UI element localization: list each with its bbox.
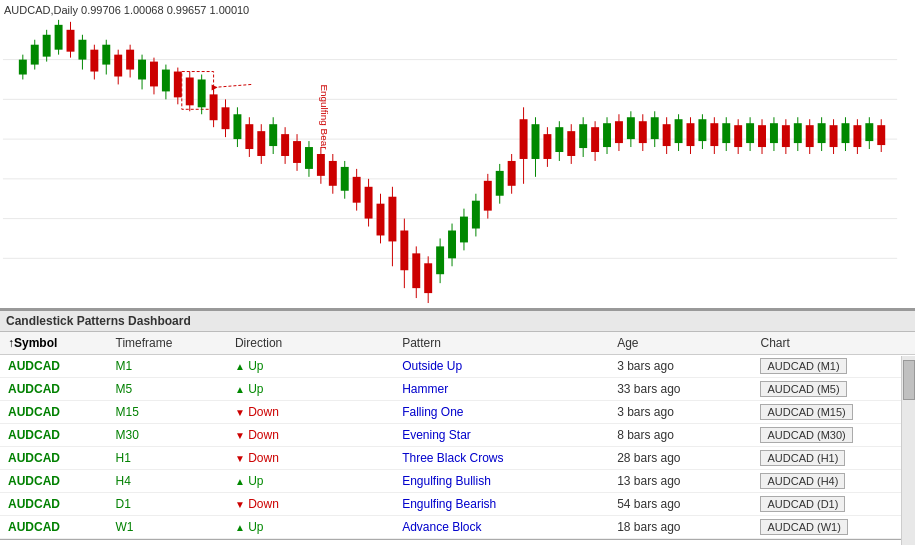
svg-rect-43 xyxy=(210,94,218,120)
svg-rect-77 xyxy=(412,253,420,288)
cell-timeframe: H1 xyxy=(108,447,227,470)
cell-age: 13 bars ago xyxy=(609,470,752,493)
table-row: AUDCAD M30 ▼ Down Evening Star 8 bars ag… xyxy=(0,424,915,447)
cell-symbol: AUDCAD xyxy=(0,516,108,539)
table-row: AUDCAD M5 ▲ Up Hammer 33 bars ago AUDCAD… xyxy=(0,378,915,401)
col-header-age[interactable]: Age xyxy=(609,332,752,355)
chart-area: AUDCAD,Daily 0.99706 1.00068 0.99657 1.0… xyxy=(0,0,915,310)
cell-direction: ▼ Down xyxy=(227,401,394,424)
svg-rect-51 xyxy=(257,131,265,156)
svg-rect-111 xyxy=(615,121,623,143)
cell-pattern: Evening Star xyxy=(394,424,609,447)
svg-rect-139 xyxy=(782,125,790,147)
svg-rect-99 xyxy=(543,134,551,159)
cell-age: 54 bars ago xyxy=(609,493,752,516)
cell-chart: AUDCAD (H1) xyxy=(752,447,895,470)
svg-rect-31 xyxy=(162,70,170,92)
col-header-chart[interactable]: Chart xyxy=(752,332,895,355)
col-header-pattern[interactable]: Pattern xyxy=(394,332,609,355)
table-row: AUDCAD H4 ▲ Up Engulfing Bullish 13 bars… xyxy=(0,470,915,493)
svg-rect-59 xyxy=(305,147,313,169)
table-container: ↑Symbol Timeframe Direction Pattern Age … xyxy=(0,332,915,539)
table-row: AUDCAD M15 ▼ Down Falling One 3 bars ago… xyxy=(0,401,915,424)
svg-rect-103 xyxy=(567,131,575,156)
data-table: ↑Symbol Timeframe Direction Pattern Age … xyxy=(0,332,915,539)
svg-rect-83 xyxy=(448,231,456,259)
cell-timeframe: W1 xyxy=(108,516,227,539)
chart-button[interactable]: AUDCAD (H4) xyxy=(760,473,845,489)
svg-rect-93 xyxy=(508,161,516,186)
cell-timeframe: M1 xyxy=(108,355,227,378)
chart-button[interactable]: AUDCAD (M30) xyxy=(760,427,852,443)
chart-button[interactable]: AUDCAD (W1) xyxy=(760,519,847,535)
svg-rect-91 xyxy=(496,171,504,196)
svg-rect-19 xyxy=(90,50,98,72)
svg-rect-53 xyxy=(269,124,277,146)
svg-rect-71 xyxy=(377,204,385,236)
table-row: AUDCAD D1 ▼ Down Engulfing Bearish 54 ba… xyxy=(0,493,915,516)
svg-rect-7 xyxy=(19,60,27,75)
svg-rect-27 xyxy=(138,60,146,80)
svg-rect-95 xyxy=(520,119,528,159)
cell-timeframe: M30 xyxy=(108,424,227,447)
cell-age: 28 bars ago xyxy=(609,447,752,470)
cell-pattern: Engulfing Bullish xyxy=(394,470,609,493)
svg-rect-87 xyxy=(472,201,480,229)
svg-rect-35 xyxy=(186,77,194,105)
svg-rect-101 xyxy=(555,127,563,152)
cell-direction: ▲ Up xyxy=(227,378,394,401)
chart-button[interactable]: AUDCAD (M1) xyxy=(760,358,846,374)
svg-rect-45 xyxy=(222,107,230,129)
cell-symbol: AUDCAD xyxy=(0,470,108,493)
cell-chart: AUDCAD (M30) xyxy=(752,424,895,447)
svg-rect-21 xyxy=(102,45,110,65)
svg-rect-29 xyxy=(150,62,158,87)
svg-rect-153 xyxy=(865,123,873,141)
svg-rect-123 xyxy=(687,123,695,146)
col-header-direction[interactable]: Direction xyxy=(227,332,394,355)
cell-pattern: Engulfing Bearish xyxy=(394,493,609,516)
svg-rect-121 xyxy=(675,119,683,143)
svg-rect-65 xyxy=(341,167,349,191)
cell-age: 3 bars ago xyxy=(609,401,752,424)
cell-chart: AUDCAD (M5) xyxy=(752,378,895,401)
svg-rect-23 xyxy=(114,55,122,77)
col-header-symbol[interactable]: ↑Symbol xyxy=(0,332,108,355)
cell-pattern: Hammer xyxy=(394,378,609,401)
table-row: AUDCAD M1 ▲ Up Outside Up 3 bars ago AUD… xyxy=(0,355,915,378)
svg-text:Engulfing Bear: Engulfing Bear xyxy=(319,84,330,150)
chart-button[interactable]: AUDCAD (H1) xyxy=(760,450,845,466)
cell-direction: ▼ Down xyxy=(227,424,394,447)
scrollbar-thumb[interactable] xyxy=(903,360,915,400)
svg-rect-73 xyxy=(388,197,396,242)
scrollbar-track[interactable] xyxy=(901,356,915,545)
chart-button[interactable]: AUDCAD (D1) xyxy=(760,496,845,512)
col-header-timeframe[interactable]: Timeframe xyxy=(108,332,227,355)
cell-timeframe: M5 xyxy=(108,378,227,401)
cell-age: 3 bars ago xyxy=(609,355,752,378)
svg-rect-137 xyxy=(770,123,778,143)
cell-chart: AUDCAD (M1) xyxy=(752,355,895,378)
svg-rect-47 xyxy=(233,114,241,139)
cell-timeframe: M15 xyxy=(108,401,227,424)
svg-rect-145 xyxy=(818,123,826,143)
svg-rect-41 xyxy=(198,79,206,107)
cell-chart: AUDCAD (M15) xyxy=(752,401,895,424)
svg-rect-105 xyxy=(579,124,587,148)
cell-pattern: Outside Up xyxy=(394,355,609,378)
table-header-row: ↑Symbol Timeframe Direction Pattern Age … xyxy=(0,332,915,355)
cell-direction: ▲ Up xyxy=(227,470,394,493)
chart-button[interactable]: AUDCAD (M5) xyxy=(760,381,846,397)
svg-rect-75 xyxy=(400,231,408,271)
svg-rect-33 xyxy=(174,72,182,98)
svg-rect-69 xyxy=(365,187,373,219)
cell-pattern: Three Black Crows xyxy=(394,447,609,470)
svg-rect-131 xyxy=(734,125,742,147)
svg-line-37 xyxy=(214,84,252,87)
svg-rect-85 xyxy=(460,217,468,243)
svg-rect-147 xyxy=(830,125,838,147)
svg-rect-143 xyxy=(806,125,814,147)
chart-button[interactable]: AUDCAD (M15) xyxy=(760,404,852,420)
svg-rect-155 xyxy=(877,125,885,145)
svg-rect-149 xyxy=(842,123,850,143)
